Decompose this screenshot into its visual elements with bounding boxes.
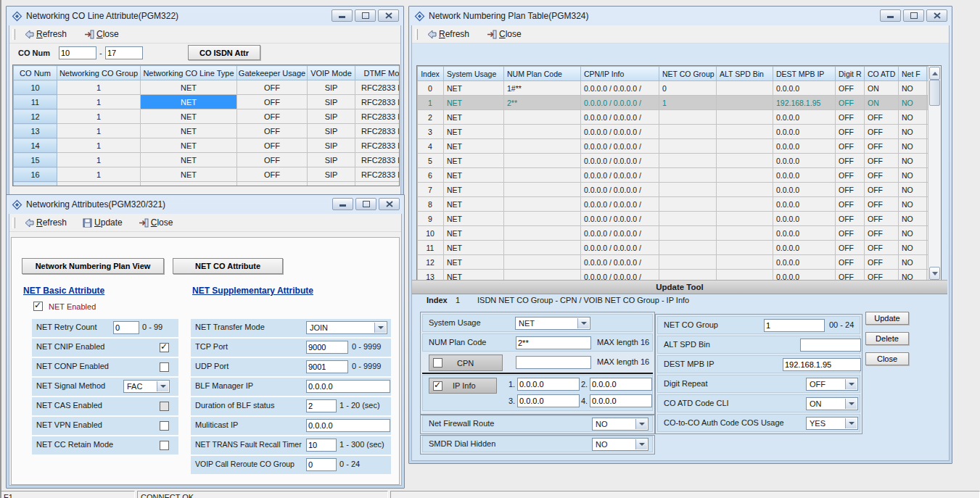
- table-cell[interactable]: 0.0.0.0 / 0.0.0.0 /: [581, 226, 659, 241]
- duration-blf-status-input[interactable]: [306, 399, 337, 412]
- voip-call-reroute-input[interactable]: [306, 458, 337, 471]
- table-cell[interactable]: NET: [444, 139, 504, 154]
- refresh-button[interactable]: Refresh: [20, 216, 71, 229]
- chevron-down-icon[interactable]: [374, 323, 386, 333]
- table-cell[interactable]: [659, 197, 717, 212]
- net-enabled-checkbox[interactable]: [33, 302, 43, 311]
- table-cell[interactable]: 8: [418, 197, 444, 212]
- net-signal-method-select[interactable]: FAC: [123, 380, 170, 393]
- table-cell[interactable]: [659, 110, 717, 125]
- table-cell[interactable]: OFF: [865, 197, 899, 212]
- table-cell[interactable]: RFC2833 DTI: [355, 109, 400, 124]
- table-row[interactable]: 131NETOFFSIPRFC2833 DTI: [14, 124, 400, 138]
- dest-mpb-ip-input[interactable]: [783, 358, 861, 371]
- net-co-attribute-button[interactable]: NET CO Attribute: [173, 258, 283, 274]
- table-row[interactable]: 12NET0.0.0.0 / 0.0.0.0 /0.0.0.0OFFOFFNON…: [418, 255, 942, 270]
- ip2-input[interactable]: [590, 378, 652, 391]
- table-cell[interactable]: [659, 226, 717, 241]
- table-cell[interactable]: [717, 168, 773, 183]
- table-cell[interactable]: NO: [899, 226, 927, 241]
- co-num-from-input[interactable]: [59, 46, 96, 59]
- network-numbering-plan-view-button[interactable]: Network Numbering Plan View: [22, 258, 164, 274]
- table-cell[interactable]: OFF: [836, 212, 865, 226]
- delete-button[interactable]: Delete: [865, 332, 909, 345]
- table-cell[interactable]: 0.0.0.0 / 0.0.0.0 /: [581, 255, 659, 270]
- table-row[interactable]: 2NET0.0.0.0 / 0.0.0.0 /0.0.0.0OFFOFFNONO…: [418, 110, 942, 125]
- table-cell[interactable]: NO: [899, 212, 927, 226]
- tcp-port-input[interactable]: [306, 341, 348, 354]
- table-cell[interactable]: [504, 183, 581, 197]
- ip-info-toggle-button[interactable]: IP Info: [429, 378, 497, 394]
- table-cell[interactable]: NET: [444, 183, 504, 197]
- table-cell[interactable]: SIP: [308, 95, 355, 109]
- scroll-up-button[interactable]: [929, 67, 940, 80]
- table-cell[interactable]: OFF: [865, 183, 899, 197]
- table-row[interactable]: 7NET0.0.0.0 / 0.0.0.0 /0.0.0.0OFFOFFNONO…: [418, 183, 942, 197]
- multicast-ip-input[interactable]: [306, 419, 390, 432]
- table-cell[interactable]: 13: [14, 124, 57, 138]
- table-cell[interactable]: OFF: [836, 255, 865, 270]
- table-cell[interactable]: NO: [899, 241, 927, 255]
- table-cell[interactable]: NET: [141, 182, 237, 187]
- table-cell[interactable]: [659, 139, 717, 154]
- table-cell[interactable]: OFF: [237, 138, 308, 153]
- table-cell[interactable]: OFF: [865, 110, 899, 125]
- net-firewall-route-select[interactable]: NO: [592, 418, 648, 431]
- table-row[interactable]: 1NET2**0.0.0.0 / 0.0.0.0 /1192.168.1.95O…: [418, 96, 942, 110]
- table-cell[interactable]: [717, 96, 773, 110]
- table-cell[interactable]: NO: [899, 168, 927, 183]
- net-cc-retain-mode-checkbox[interactable]: [160, 441, 169, 450]
- table-cell[interactable]: OFF: [237, 182, 308, 187]
- co-isdn-attr-button[interactable]: CO ISDN Attr: [188, 45, 260, 60]
- chevron-down-icon[interactable]: [157, 381, 168, 391]
- table-cell[interactable]: 2: [418, 110, 444, 125]
- table-cell[interactable]: 0.0.0.0: [773, 197, 836, 212]
- table-cell[interactable]: [659, 241, 717, 255]
- system-usage-select[interactable]: NET: [515, 317, 590, 330]
- table-row[interactable]: 111NETOFFSIPRFC2833 DTI: [14, 95, 400, 109]
- table-cell[interactable]: SIP: [308, 182, 355, 187]
- table-row[interactable]: 9NET0.0.0.0 / 0.0.0.0 /0.0.0.0OFFOFFNONO…: [418, 212, 942, 226]
- table-cell[interactable]: NET: [444, 226, 504, 241]
- table-cell[interactable]: [717, 226, 773, 241]
- table-cell[interactable]: SIP: [308, 109, 355, 124]
- table-cell[interactable]: 0.0.0.0 / 0.0.0.0 /: [581, 197, 659, 212]
- ip1-input[interactable]: [517, 378, 580, 391]
- table-cell[interactable]: [717, 183, 773, 197]
- table-cell[interactable]: RFC2833 DTI: [355, 95, 400, 109]
- minimize-button[interactable]: [332, 9, 353, 22]
- table-cell[interactable]: 3: [418, 125, 444, 139]
- titlebar[interactable]: Networking Attributes(PGM320/321): [7, 195, 404, 214]
- net-vpn-enabled-checkbox[interactable]: [160, 421, 169, 431]
- table-cell[interactable]: 1: [57, 182, 141, 187]
- table-row[interactable]: 101NETOFFSIPRFC2833 DTI: [14, 80, 400, 95]
- table-cell[interactable]: 1: [57, 95, 141, 109]
- net-co-group-input[interactable]: [764, 319, 825, 332]
- table-cell[interactable]: OFF: [836, 139, 865, 154]
- table-cell[interactable]: NET: [444, 212, 504, 226]
- table-cell[interactable]: OFF: [865, 125, 899, 139]
- chevron-down-icon[interactable]: [635, 439, 647, 449]
- table-cell[interactable]: 0.0.0.0 / 0.0.0.0 /: [581, 168, 659, 183]
- table-cell[interactable]: 10: [14, 80, 57, 95]
- table-cell[interactable]: [504, 212, 581, 226]
- table-cell[interactable]: OFF: [865, 139, 899, 154]
- table-cell[interactable]: 192.168.1.95: [773, 96, 836, 110]
- table-cell[interactable]: 0.0.0.0 / 0.0.0.0 /: [581, 125, 659, 139]
- table-row[interactable]: 121NETOFFSIPRFC2833 DTI: [14, 109, 400, 124]
- table-row[interactable]: 6NET0.0.0.0 / 0.0.0.0 /0.0.0.0OFFOFFNONO…: [418, 168, 942, 183]
- table-row[interactable]: 10NET0.0.0.0 / 0.0.0.0 /0.0.0.0OFFOFFNON…: [418, 226, 942, 241]
- table-cell[interactable]: NO: [899, 96, 927, 110]
- table-cell[interactable]: 0.0.0.0 / 0.0.0.0 /: [581, 96, 659, 110]
- table-cell[interactable]: 1#**: [504, 81, 581, 96]
- table-cell[interactable]: 16: [14, 167, 57, 182]
- ip3-input[interactable]: [517, 394, 580, 407]
- chevron-down-icon[interactable]: [845, 379, 857, 389]
- table-cell[interactable]: 0.0.0.0: [773, 110, 836, 125]
- table-cell[interactable]: 0.0.0.0 / 0.0.0.0 /: [581, 241, 659, 255]
- table-cell[interactable]: OFF: [865, 168, 899, 183]
- table-cell[interactable]: [717, 110, 773, 125]
- table-cell[interactable]: NET: [444, 81, 504, 96]
- net-retry-count-input[interactable]: [113, 321, 139, 334]
- close-tool-button[interactable]: Close: [865, 352, 909, 365]
